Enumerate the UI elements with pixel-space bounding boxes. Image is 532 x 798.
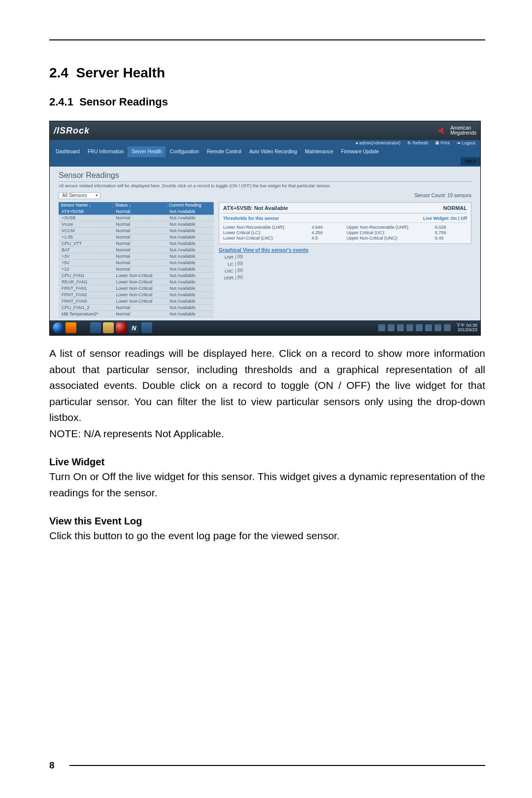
cell-name: +12 — [59, 266, 113, 273]
tray-icon[interactable] — [434, 324, 441, 331]
table-row[interactable]: VcoreNormalNot Available — [59, 221, 214, 228]
cell-name: CPU_FAN1_2 — [59, 305, 113, 311]
cell-status: Normal — [113, 260, 166, 266]
cell-name: FRNT_FAN2 — [59, 292, 113, 298]
table-row[interactable]: CPU_FAN1Lower Non-CriticalNot Available — [59, 273, 214, 279]
table-row[interactable]: CPU_VTTNormalNot Available — [59, 241, 214, 247]
svg-marker-0 — [437, 127, 445, 135]
table-row[interactable]: +5VNormalNot Available — [59, 260, 214, 266]
section-title: 2.4 Server Health — [49, 65, 485, 81]
threshold-cell: Lower Critical (LC): — [223, 231, 308, 235]
table-row[interactable]: FRNT_FAN3Lower Non-CriticalNot Available — [59, 298, 214, 305]
windows-taskbar[interactable]: N 下午 04:35 2013/9/23 — [50, 320, 480, 335]
cell-reading: Not Available — [166, 273, 213, 279]
tray-icon[interactable] — [406, 324, 413, 331]
bar-track: (0) — [235, 269, 471, 274]
cell-status: Normal — [113, 234, 166, 241]
cell-reading: Not Available — [166, 253, 213, 260]
cell-name: Vcore — [59, 221, 113, 228]
table-row[interactable]: MB Temperature2*NormalNot Available — [59, 311, 214, 317]
app-icon[interactable] — [141, 322, 152, 333]
tray-icon[interactable] — [388, 324, 395, 331]
cell-status: Normal — [113, 208, 166, 215]
user-label: ♦ admin(Administrator) — [356, 141, 400, 145]
cell-name: +3VSB — [59, 215, 113, 221]
sensor-count-label: Sensor Count: 19 sensors — [414, 193, 471, 198]
cell-reading: Not Available — [166, 279, 213, 285]
user-bar: ♦ admin(Administrator) ↻ Refresh 🖶 Print… — [50, 140, 480, 146]
cell-name: BAT — [59, 247, 113, 253]
cell-reading: Not Available — [166, 260, 213, 266]
table-row[interactable]: BATNormalNot Available — [59, 247, 214, 253]
live-widget-paragraph: Turn On or Off the live widget for this … — [49, 469, 485, 501]
threshold-cell: Lower Non-Recoverable (LNR): — [223, 225, 308, 230]
browser-icon[interactable] — [90, 322, 101, 333]
cell-status: Lower Non-Critical — [113, 298, 166, 305]
table-row[interactable]: FRNT_FAN2Lower Non-CriticalNot Available — [59, 292, 214, 298]
cell-status: Lower Non-Critical — [113, 292, 166, 298]
app-n-icon[interactable]: N — [129, 322, 139, 333]
menu-maintenance[interactable]: Maintenance — [301, 146, 337, 157]
refresh-link[interactable]: ↻ Refresh — [407, 141, 428, 145]
bar-track: (0) — [235, 255, 471, 260]
menu-configuration[interactable]: Configuration — [166, 146, 202, 157]
tray-icon[interactable] — [416, 324, 423, 331]
column-header[interactable]: Status ↓ — [113, 202, 166, 208]
threshold-cell: 6.029 — [435, 225, 467, 230]
thresholds-heading: Thresholds for this sensor — [223, 216, 279, 221]
media-player-icon[interactable] — [66, 322, 76, 333]
page-description: All sensor related information will be d… — [59, 184, 471, 188]
tray-icon[interactable] — [444, 324, 451, 331]
bar-label: LC — [219, 262, 235, 267]
view-event-log-paragraph: Click this button to go the event log pa… — [49, 528, 485, 544]
cell-status: Normal — [113, 266, 166, 273]
antivirus-icon[interactable] — [116, 322, 127, 333]
cell-reading: Not Available — [166, 234, 213, 241]
cell-name: REAR_FAN1 — [59, 279, 113, 285]
ami-brand: American Megatrends — [436, 126, 476, 136]
tray-icon[interactable] — [425, 324, 432, 331]
cell-name: FRNT_FAN1 — [59, 285, 113, 292]
column-header[interactable]: Current Reading — [166, 202, 213, 208]
cell-reading: Not Available — [166, 266, 213, 273]
table-row[interactable]: VCCMNormalNot Available — [59, 228, 214, 234]
ami-arrow-icon — [436, 126, 447, 136]
cell-status: Lower Non-Critical — [113, 285, 166, 292]
system-tray[interactable]: 下午 04:35 2013/9/23 — [378, 323, 477, 332]
cell-reading: Not Available — [166, 228, 213, 234]
bar-label: UNR — [219, 276, 235, 280]
help-link[interactable]: HELP — [461, 157, 480, 166]
threshold-cell: 5.49 — [435, 236, 467, 241]
threshold-cell: Upper Critical (UC): — [347, 231, 432, 235]
table-row[interactable]: +3VNormalNot Available — [59, 253, 214, 260]
live-widget-toggle[interactable]: Live Widget: On | Off — [423, 216, 467, 221]
taskbar-clock[interactable]: 下午 04:35 2013/9/23 — [456, 323, 477, 332]
menu-firmware-update[interactable]: Firmware Update — [337, 146, 383, 157]
page-number: 8 — [49, 760, 55, 771]
cell-name: ATX+5VSB — [59, 208, 113, 215]
print-link[interactable]: 🖶 Print — [435, 141, 450, 145]
cell-name: MB Temperature2* — [59, 311, 113, 317]
sensor-filter-select[interactable]: All Sensors — [59, 192, 100, 199]
cell-reading: Not Available — [166, 215, 213, 221]
table-row[interactable]: ATX+5VSBNormalNot Available — [59, 208, 214, 215]
table-row[interactable]: CPU_FAN1_2NormalNot Available — [59, 305, 214, 311]
sensor-table[interactable]: Sensor Name ↓Status ↓Current Reading ATX… — [59, 202, 214, 317]
folder-icon[interactable] — [103, 322, 114, 333]
table-row[interactable]: +3VSBNormalNot Available — [59, 215, 214, 221]
column-header[interactable]: Sensor Name ↓ — [59, 202, 113, 208]
menu-server-health[interactable]: Server Health — [128, 146, 166, 157]
tray-icon[interactable] — [397, 324, 404, 331]
menu-fru-information[interactable]: FRU Information — [84, 146, 128, 157]
threshold-cell: 4.949 — [311, 225, 343, 230]
table-row[interactable]: +12NormalNot Available — [59, 266, 214, 273]
table-row[interactable]: REAR_FAN1Lower Non-CriticalNot Available — [59, 279, 214, 285]
tray-icon[interactable] — [378, 324, 385, 331]
table-row[interactable]: FRNT_FAN1Lower Non-CriticalNot Available — [59, 285, 214, 292]
logout-link[interactable]: ➔ Logout — [457, 141, 475, 145]
menu-auto-video-recording[interactable]: Auto Video Recording — [245, 146, 301, 157]
start-button-icon[interactable] — [53, 322, 64, 333]
menu-dashboard[interactable]: Dashboard — [52, 146, 84, 157]
table-row[interactable]: +1.05NormalNot Available — [59, 234, 214, 241]
menu-remote-control[interactable]: Remote Control — [203, 146, 245, 157]
